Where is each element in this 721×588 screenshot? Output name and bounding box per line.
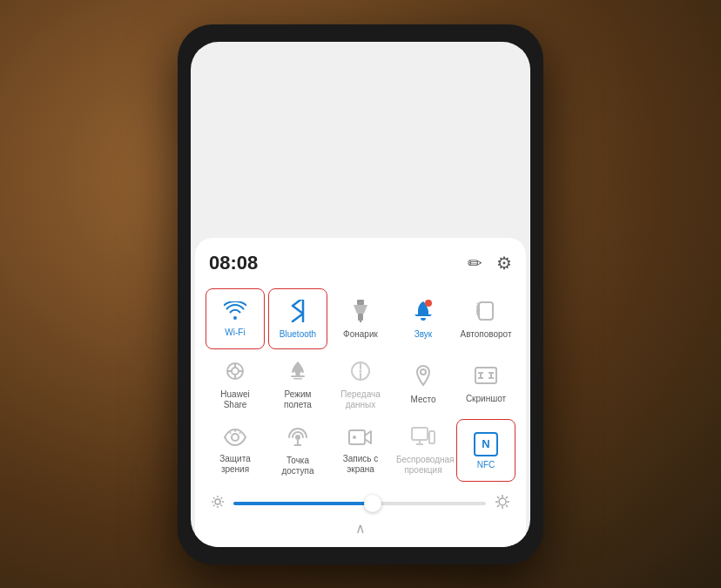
- chevron-up-icon[interactable]: ∧: [355, 520, 366, 537]
- settings-icon[interactable]: ⚙: [496, 253, 512, 274]
- svg-rect-11: [291, 375, 305, 377]
- svg-rect-35: [429, 431, 435, 443]
- huawei-share-label: Huawei Share: [208, 389, 262, 410]
- svg-point-33: [353, 436, 356, 439]
- brightness-thumb[interactable]: [364, 495, 381, 512]
- tile-autorotate[interactable]: Автоповорот: [456, 288, 515, 349]
- quick-tiles-grid: Wi-Fi Bluetooth: [206, 288, 515, 482]
- svg-line-44: [213, 497, 215, 499]
- data-transfer-label: Передача данных: [334, 389, 387, 410]
- wireless-projection-label: Беспроводная проекция: [396, 455, 450, 476]
- svg-rect-4: [479, 302, 493, 320]
- phone-frame: 08:08 ✏ ⚙: [178, 24, 543, 564]
- tile-sound[interactable]: Звук: [394, 288, 453, 349]
- screenshot-icon: [474, 366, 498, 390]
- svg-rect-34: [412, 428, 428, 440]
- svg-point-17: [421, 369, 426, 375]
- panel-header: 08:08 ✏ ⚙: [206, 252, 515, 274]
- sound-label: Звук: [414, 329, 433, 340]
- eye-protection-label: Защита зрения: [208, 454, 262, 475]
- svg-line-45: [221, 504, 223, 506]
- brightness-row: [206, 489, 515, 517]
- wifi-label: Wi-Fi: [225, 328, 245, 338]
- header-icons: ✏ ⚙: [468, 253, 512, 274]
- nfc-icon: N: [474, 432, 498, 456]
- phone-screen: 08:08 ✏ ⚙: [191, 42, 530, 547]
- screenshot-label: Скриншот: [466, 394, 506, 404]
- autorotate-icon: [475, 300, 497, 326]
- screen-record-label: Запись с экрана: [334, 454, 387, 475]
- svg-rect-32: [349, 430, 365, 444]
- svg-point-29: [295, 435, 300, 440]
- svg-line-54: [506, 504, 508, 506]
- svg-line-53: [497, 497, 499, 498]
- record-icon: [348, 428, 373, 450]
- svg-rect-0: [357, 300, 364, 305]
- flashlight-label: Фонарик: [343, 329, 378, 340]
- tile-eye-protection[interactable]: Защита зрения: [206, 419, 265, 482]
- clock-time: 08:08: [209, 252, 258, 274]
- svg-line-46: [221, 497, 223, 499]
- svg-rect-1: [358, 314, 363, 321]
- wifi-icon: [224, 301, 246, 324]
- autorotate-label: Автоповорот: [460, 329, 511, 340]
- hotspot-icon: [286, 426, 309, 452]
- svg-point-25: [232, 434, 239, 441]
- projection-icon: [411, 427, 435, 451]
- flashlight-icon: [352, 300, 369, 326]
- tile-screen-record[interactable]: Запись с экрана: [331, 419, 390, 482]
- location-icon: [414, 365, 432, 391]
- tile-airplane[interactable]: Режим полета: [268, 353, 327, 416]
- quick-settings-panel: 08:08 ✏ ⚙: [195, 238, 526, 547]
- svg-line-26: [230, 432, 231, 434]
- bluetooth-icon: [290, 300, 306, 326]
- tile-flashlight[interactable]: Фонарик: [331, 288, 390, 349]
- svg-point-48: [499, 498, 506, 505]
- svg-line-47: [213, 504, 215, 506]
- brightness-track[interactable]: [233, 502, 486, 505]
- chevron-row: ∧: [206, 517, 515, 538]
- svg-point-3: [425, 300, 432, 307]
- svg-line-55: [506, 497, 508, 498]
- tile-location[interactable]: Место: [394, 353, 453, 416]
- hotspot-label: Точка доступа: [271, 456, 325, 476]
- brightness-fill: [233, 502, 373, 505]
- tile-data-transfer[interactable]: Передача данных: [331, 353, 390, 416]
- svg-line-28: [239, 432, 240, 434]
- bluetooth-label: Bluetooth: [280, 329, 316, 340]
- tile-wifi[interactable]: Wi-Fi: [206, 288, 265, 349]
- bell-icon: [413, 300, 434, 326]
- svg-line-56: [497, 504, 499, 506]
- svg-rect-18: [475, 368, 496, 383]
- huawei-share-icon: [224, 360, 246, 386]
- svg-rect-12: [293, 378, 302, 380]
- airplane-label: Режим полета: [271, 389, 325, 410]
- tile-huawei-share[interactable]: Huawei Share: [206, 353, 265, 416]
- svg-point-39: [215, 499, 220, 504]
- brightness-max-icon: [495, 494, 510, 513]
- svg-point-14: [360, 369, 362, 372]
- nfc-label: NFC: [477, 460, 495, 470]
- tile-wireless-projection[interactable]: Беспроводная проекция: [394, 419, 453, 482]
- location-label: Место: [410, 395, 435, 405]
- tile-hotspot[interactable]: Точка доступа: [268, 419, 327, 482]
- edit-icon[interactable]: ✏: [468, 253, 482, 274]
- brightness-min-icon: [211, 495, 225, 512]
- airplane-icon: [286, 360, 309, 386]
- eye-icon: [223, 428, 247, 450]
- tile-screenshot[interactable]: Скриншот: [456, 353, 515, 416]
- tile-nfc[interactable]: N NFC: [456, 419, 515, 482]
- data-icon: [349, 360, 372, 386]
- svg-point-6: [232, 368, 239, 375]
- tile-bluetooth[interactable]: Bluetooth: [268, 288, 327, 349]
